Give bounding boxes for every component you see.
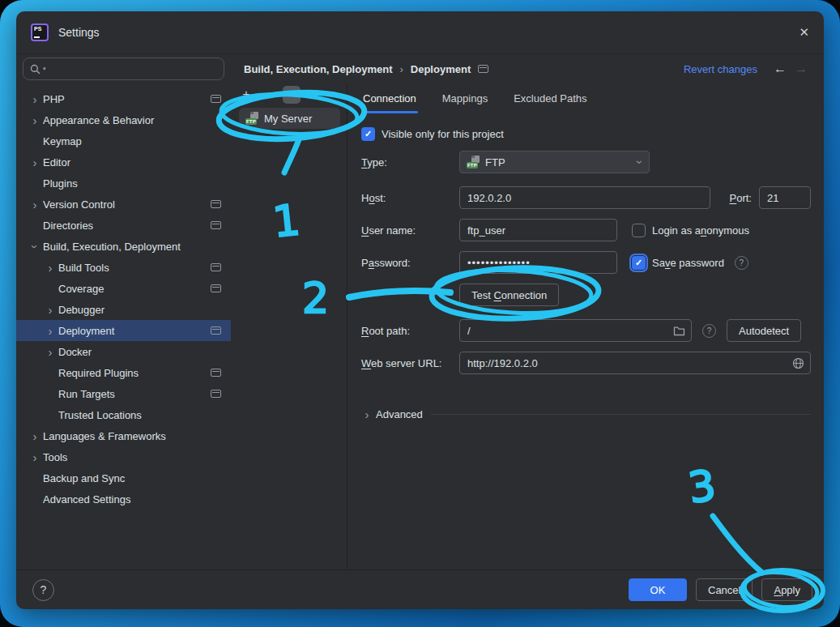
sidebar-item-build-tools[interactable]: ›Build Tools <box>16 257 231 278</box>
tab-connection[interactable]: Connection <box>361 83 418 113</box>
visible-only-checkbox[interactable]: ✓ <box>361 127 375 141</box>
web-url-label: Web server URL: <box>361 357 459 369</box>
apply-button[interactable]: Apply <box>761 578 812 601</box>
sidebar-item-label: Tools <box>43 451 221 463</box>
save-password-label: Save password <box>652 257 724 269</box>
sidebar-item-backup-and-sync[interactable]: Backup and Sync <box>16 467 231 488</box>
sidebar-item-version-control[interactable]: ›Version Control <box>16 194 231 215</box>
window-title: Settings <box>58 26 100 39</box>
sidebar-item-required-plugins[interactable]: Required Plugins <box>16 362 231 383</box>
breadcrumb-item[interactable]: Build, Execution, Deployment <box>244 63 392 75</box>
port-input[interactable] <box>759 186 811 209</box>
sidebar-item-advanced-settings[interactable]: Advanced Settings <box>16 488 231 510</box>
ftp-type-icon: FTP <box>467 156 480 168</box>
forward-arrow-icon[interactable]: → <box>795 62 808 76</box>
sidebar-item-appearance-behavior[interactable]: ›Appearance & Behavior <box>16 109 231 130</box>
settings-dialog: PS Settings ✕ ▾ ›PHP›Appearance & Behavi… <box>16 11 824 609</box>
sidebar-item-plugins[interactable]: Plugins <box>16 173 231 194</box>
globe-icon[interactable] <box>792 357 804 369</box>
help-icon[interactable]: ? <box>735 256 748 270</box>
sidebar-item-editor[interactable]: ›Editor <box>16 151 231 173</box>
sidebar-item-debugger[interactable]: ›Debugger <box>16 299 231 320</box>
chevron-right-icon[interactable]: › <box>45 262 56 274</box>
sidebar-item-label: Required Plugins <box>58 367 211 379</box>
tab-excluded-paths[interactable]: Excluded Paths <box>512 83 588 113</box>
user-name-input[interactable] <box>459 219 617 241</box>
sidebar-item-label: Coverage <box>58 283 211 295</box>
chevron-right-icon[interactable]: › <box>29 114 41 126</box>
login-anonymous-checkbox[interactable] <box>632 224 646 237</box>
sidebar-item-label: Deployment <box>58 325 211 337</box>
chevron-right-icon[interactable]: › <box>45 325 56 337</box>
search-input[interactable] <box>49 62 217 76</box>
help-button[interactable]: ? <box>32 579 54 601</box>
sidebar-item-tools[interactable]: ›Tools <box>16 446 231 467</box>
remove-server-button[interactable]: − <box>262 88 273 101</box>
sidebar-item-label: PHP <box>43 93 211 105</box>
autodetect-button[interactable]: Autodetect <box>727 319 801 342</box>
chevron-right-icon[interactable]: › <box>361 408 373 420</box>
type-label: Type: <box>361 156 459 168</box>
sidebar-item-php[interactable]: ›PHP <box>16 88 231 109</box>
folder-browse-icon[interactable] <box>673 326 685 336</box>
search-icon <box>30 64 41 75</box>
chevron-right-icon[interactable]: › <box>45 346 56 358</box>
sidebar-item-keymap[interactable]: Keymap <box>16 130 231 151</box>
sidebar-item-label: Debugger <box>58 304 221 316</box>
chevron-right-icon[interactable]: › <box>29 451 41 463</box>
back-arrow-icon[interactable]: ← <box>774 62 787 76</box>
sidebar-item-coverage[interactable]: Coverage <box>16 278 231 299</box>
host-input[interactable] <box>459 186 710 209</box>
title-bar: PS Settings ✕ <box>16 11 824 54</box>
type-dropdown[interactable]: FTP FTP › <box>459 151 650 173</box>
web-url-row: Web server URL: <box>361 352 811 374</box>
chevron-right-icon[interactable]: › <box>29 430 41 442</box>
web-url-input[interactable] <box>459 352 811 374</box>
server-list-item-my-server[interactable]: FTP My Server <box>239 108 340 129</box>
chevron-right-icon[interactable]: › <box>29 156 41 168</box>
chevron-right-icon[interactable]: › <box>29 93 41 105</box>
chevron-right-icon[interactable]: › <box>45 304 56 316</box>
tab-label: Connection <box>363 92 416 104</box>
page-header: Build, Execution, Deployment › Deploymen… <box>231 54 824 83</box>
revert-changes-link[interactable]: Revert changes <box>684 63 757 75</box>
sidebar-item-label: Build Tools <box>58 262 211 274</box>
ok-button[interactable]: OK <box>629 578 687 601</box>
chevron-right-icon[interactable]: › <box>29 198 41 211</box>
help-icon[interactable]: ? <box>702 324 716 338</box>
save-password-checkbox[interactable]: ✓ <box>632 256 646 270</box>
chevron-down-icon[interactable]: › <box>29 241 41 252</box>
breadcrumb-item[interactable]: Deployment <box>411 63 471 75</box>
test-connection-button[interactable]: Test Connection <box>459 284 559 306</box>
tab-mappings[interactable]: Mappings <box>441 83 489 113</box>
sidebar-item-label: Editor <box>43 156 221 168</box>
deployment-content: + − ✎ FTP My Server ConnectionMapping <box>231 83 824 569</box>
sidebar-item-label: Docker <box>58 346 221 358</box>
sidebar-item-build-execution-deployment[interactable]: ›Build, Execution, Deployment <box>16 236 231 257</box>
root-path-input[interactable] <box>459 319 692 342</box>
breadcrumb-separator-icon: › <box>399 63 403 75</box>
project-settings-icon <box>478 65 488 73</box>
sidebar-item-deployment[interactable]: ›Deployment <box>16 320 231 341</box>
password-input[interactable] <box>459 251 617 274</box>
advanced-divider <box>431 414 811 415</box>
settings-search-box[interactable]: ▾ <box>23 58 224 80</box>
sidebar-item-trusted-locations[interactable]: Trusted Locations <box>16 404 231 425</box>
cancel-button[interactable]: Cancel <box>696 578 753 601</box>
pencil-icon: ✎ <box>288 89 296 100</box>
host-label: Host: <box>361 192 459 204</box>
sidebar-item-docker[interactable]: ›Docker <box>16 341 231 362</box>
sidebar-item-run-targets[interactable]: Run Targets <box>16 383 231 404</box>
sidebar-item-languages-frameworks[interactable]: ›Languages & Frameworks <box>16 425 231 446</box>
search-history-caret-icon[interactable]: ▾ <box>43 66 46 72</box>
sidebar-item-label: Directories <box>43 220 211 232</box>
edit-server-button[interactable]: ✎ <box>283 86 301 104</box>
advanced-section[interactable]: › Advanced <box>361 408 811 420</box>
dialog-footer: ? OK Cancel Apply <box>16 569 824 609</box>
sidebar-item-directories[interactable]: Directories <box>16 215 231 236</box>
root-path-label: Root path: <box>361 325 459 337</box>
project-settings-icon <box>211 326 221 335</box>
password-row: Password: ✓ Save password ? <box>361 251 811 274</box>
close-icon[interactable]: ✕ <box>799 25 809 40</box>
add-server-button[interactable]: + <box>241 88 252 101</box>
